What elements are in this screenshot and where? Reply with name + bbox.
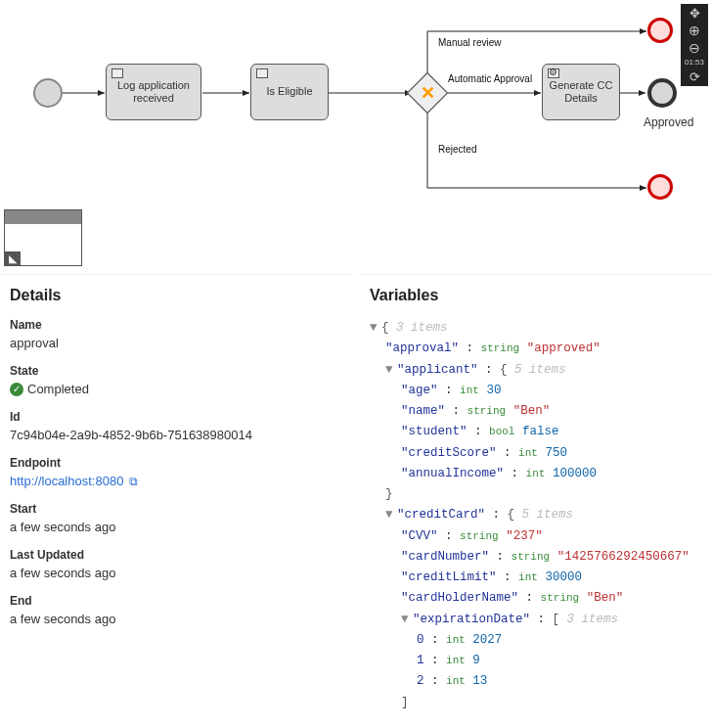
task-log-application[interactable]: Log application received <box>106 64 201 120</box>
end-label-approved: Approved <box>644 115 693 129</box>
zoom-out-icon[interactable]: ⊖ <box>689 41 700 55</box>
endpoint-link[interactable]: http://localhost:8080 <box>10 474 123 488</box>
var-student[interactable]: "student" : bool false <box>370 422 702 442</box>
label-end: End <box>10 594 342 608</box>
state-text: Completed <box>27 382 89 396</box>
var-exp-0[interactable]: 0 : int 2027 <box>370 630 702 651</box>
diagram-toolbar: ✥ ⊕ ⊖ 01:53 ⟳ <box>681 4 708 86</box>
caret-icon[interactable]: ▼ <box>401 610 413 630</box>
value-start: a few seconds ago <box>10 520 342 534</box>
caret-icon[interactable]: ▼ <box>370 318 381 339</box>
value-id: 7c94b04e-2a9b-4852-9b6b-751638980014 <box>10 428 342 442</box>
external-link-icon[interactable]: ⧉ <box>129 475 138 488</box>
variables-panel: Variables ▼{ 3 items "approval" : string… <box>360 274 712 728</box>
check-icon: ✓ <box>10 383 23 396</box>
edge-label-auto: Automatic Approval <box>448 73 532 84</box>
start-event[interactable] <box>33 78 63 108</box>
fit-icon[interactable]: ✥ <box>690 7 700 20</box>
zoom-in-icon[interactable]: ⊕ <box>689 23 700 37</box>
value-lastupdated: a few seconds ago <box>10 566 342 580</box>
var-creditscore[interactable]: "creditScore" : int 750 <box>370 443 702 464</box>
reset-label[interactable]: 01:53 <box>685 59 704 67</box>
var-age[interactable]: "age" : int 30 <box>370 381 702 401</box>
details-panel: Details Name approval State ✓ Completed … <box>0 274 352 728</box>
script-icon <box>111 68 123 78</box>
var-name[interactable]: "name" : string "Ben" <box>370 401 702 422</box>
label-lastupdated: Last Updated <box>10 548 342 562</box>
details-heading: Details <box>10 287 342 304</box>
task-label: Is Eligible <box>266 85 312 98</box>
variables-heading: Variables <box>370 287 702 304</box>
end-event-rejected[interactable] <box>647 174 673 200</box>
reset-icon[interactable]: ⟳ <box>690 70 700 83</box>
minimap-toggle-icon[interactable]: ◣ <box>5 251 21 265</box>
rule-icon <box>256 68 268 78</box>
label-start: Start <box>10 502 342 516</box>
minimap[interactable]: ◣ <box>4 209 82 266</box>
caret-icon[interactable]: ▼ <box>385 360 397 381</box>
caret-icon[interactable]: ▼ <box>385 505 397 525</box>
end-event-approved[interactable] <box>647 78 677 108</box>
task-generate-cc[interactable]: Generate CC Details <box>542 64 620 120</box>
task-label: Log application received <box>111 79 197 105</box>
var-cardholder[interactable]: "cardHolderName" : string "Ben" <box>370 588 702 609</box>
var-annualincome[interactable]: "annualIncome" : int 100000 <box>370 464 702 484</box>
label-endpoint: Endpoint <box>10 456 342 470</box>
variables-tree: ▼{ 3 items "approval" : string "approved… <box>370 318 702 713</box>
value-end: a few seconds ago <box>10 612 342 626</box>
minimap-viewport <box>5 210 81 224</box>
var-cardnumber[interactable]: "cardNumber" : string "1425766292450667" <box>370 547 702 568</box>
var-cvv[interactable]: "CVV" : string "237" <box>370 526 702 547</box>
value-name: approval <box>10 336 342 350</box>
label-name: Name <box>10 318 342 332</box>
gear-icon <box>548 68 559 78</box>
label-state: State <box>10 364 342 378</box>
edge-label-manual: Manual review <box>438 37 501 48</box>
var-exp-2[interactable]: 2 : int 13 <box>370 671 702 692</box>
label-id: Id <box>10 410 342 424</box>
var-approval[interactable]: "approval" : string "approved" <box>370 339 702 359</box>
bpmn-diagram[interactable]: Log application received Is Eligible ✕ M… <box>0 0 712 274</box>
edge-label-rejected: Rejected <box>438 144 476 155</box>
var-creditlimit[interactable]: "creditLimit" : int 30000 <box>370 568 702 588</box>
diagram-edges <box>0 0 712 274</box>
end-event-manual[interactable] <box>647 18 673 43</box>
task-label: Generate CC Details <box>547 79 615 105</box>
value-state: ✓ Completed <box>10 382 89 396</box>
task-is-eligible[interactable]: Is Eligible <box>250 64 329 120</box>
var-exp-1[interactable]: 1 : int 9 <box>370 651 702 671</box>
